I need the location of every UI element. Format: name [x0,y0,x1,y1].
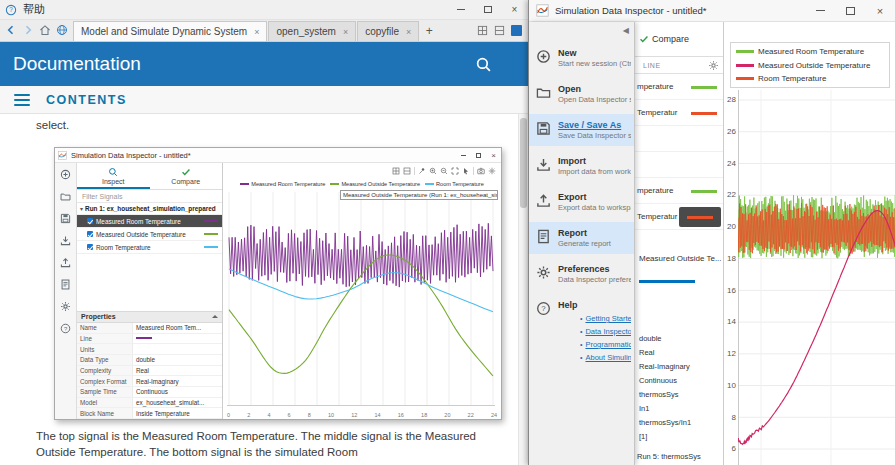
property-row: Sample TimeContinuous [77,387,222,398]
embedded-chart-legend: Measured Room Temperature Measured Outsi… [223,178,501,189]
property-value: thermosSys/In1 [639,418,691,427]
link-getting-started[interactable]: •Getting Started [558,312,631,325]
report-icon [536,229,551,244]
line-swatch [204,246,218,248]
signal-row[interactable]: mperature [635,74,723,100]
hamburger-icon[interactable] [14,94,30,106]
open-icon [60,191,71,202]
layout-split-icon[interactable] [494,25,505,36]
embedded-plot [227,192,495,406]
maximize-button[interactable] [474,0,501,19]
help-app-icon [5,4,17,16]
close-button[interactable]: × [501,0,528,19]
layout-grid-icon[interactable] [477,25,488,36]
legend-label: Measured Outside Temperature [758,61,870,70]
dock-icon[interactable] [511,25,522,36]
new-tab-button[interactable]: + [420,21,438,41]
signal-row[interactable]: Temperatur [635,100,723,126]
property-row: ComplexityReal [77,366,222,377]
legend-swatch [240,183,249,185]
property-row: Data Typedouble [77,355,222,366]
tab-compare[interactable]: Compare [639,34,689,44]
scrollbar[interactable] [518,114,528,465]
forward-icon[interactable] [22,24,34,36]
selected-line-cell[interactable] [679,207,721,227]
property-value: thermosSys [639,390,679,399]
signal-row-selected[interactable]: Temperatur [635,204,723,230]
help-icon [60,323,71,334]
tab-label: Model and Simulate Dynamic System [81,26,247,37]
sdi-app-icon [536,4,549,17]
embedded-chart-panel: Measured Room Temperature Measured Outsi… [223,163,501,419]
close-button[interactable]: × [865,0,895,21]
property-value: Real [639,348,654,357]
settings-gear-icon [488,167,496,175]
menu-item-import[interactable]: Import Import data from workspace [529,150,634,182]
menu-item-save[interactable]: Save / Save As Save Data Inspector sessi… [529,114,634,146]
sdi-window: Simulation Data Inspector - untitled* × … [528,0,895,465]
link-programmatic-interface[interactable]: •Programmatic Interface Help [558,338,631,351]
minimize-button[interactable] [805,0,835,21]
tab-label: open_system [276,26,335,37]
y-tick: 26 [724,127,736,136]
column-settings-gear-icon[interactable] [708,60,719,71]
menu-item-new[interactable]: New Start new session (Ctrl+N) [529,42,634,74]
link-data-inspector-help[interactable]: •Data Inspector Help [558,325,631,338]
search-icon[interactable] [475,56,492,73]
tab-copyfile[interactable]: copyfile × [357,21,419,41]
properties-title: Properties [81,313,116,320]
tab-model-and-simulate-dynamic-system[interactable]: Model and Simulate Dynamic System × [73,21,267,41]
checkbox-checked-icon [87,231,93,237]
sdi-chart-area[interactable]: Measured Room Temperature Measured Outsi… [724,22,895,465]
menu-item-export[interactable]: Export Export data to workspace or file [529,186,634,218]
tab-open-system[interactable]: open_system × [268,21,356,41]
embedded-plot-area: Measured Outside Temperature (Run 1: ex_… [223,189,501,419]
signal-row[interactable] [635,126,723,152]
link-about-simulink[interactable]: •About Simulink [558,351,631,364]
legend-swatch [425,183,434,185]
help-browser-window: 帮助 × Model and Simulate Dynamic System ×… [0,0,528,465]
line-swatch [691,112,717,115]
layout-grid-icon [392,167,400,175]
nav-icons [0,19,73,41]
menu-item-preferences[interactable]: Preferences Data Inspector preferences [529,258,634,290]
tab-close-icon[interactable]: × [406,27,411,37]
export-icon [60,257,71,268]
back-icon[interactable] [5,24,17,36]
layout-controls [477,19,528,41]
contents-label[interactable]: CONTENTS [46,93,127,107]
data-cursor-icon [462,167,470,175]
scrollbar-thumb[interactable] [520,118,527,208]
maximize-button[interactable] [835,0,865,21]
legend-entry: Measured Outside Temperature [736,61,884,70]
signal-label: Measured Outside Temperature [96,231,186,238]
line-swatch [136,337,152,339]
globe-icon[interactable] [56,24,68,36]
signal-label: Room Temperature [96,244,151,251]
legend-swatch [736,64,754,67]
signal-row[interactable] [635,152,723,178]
legend-entry: Room Temperature [736,74,884,83]
legend-label: Room Temperature [436,181,484,187]
legend-swatch [736,50,754,53]
collapse-menu-icon[interactable]: ◀ [623,26,629,35]
minimize-icon [456,148,471,162]
menu-item-open[interactable]: Open Open Data Inspector session [529,78,634,110]
signal-row[interactable]: mperature [635,178,723,204]
y-tick: 20 [724,222,736,231]
tab-close-icon[interactable]: × [254,27,259,37]
y-tick: 24 [724,159,736,168]
minimize-button[interactable] [447,0,474,19]
home-icon[interactable] [39,24,51,36]
main-plot[interactable] [738,90,895,465]
y-tick: 14 [724,317,736,326]
run-group-row: ▾ Run 1: ex_househeat_simulation_prepare… [77,203,222,215]
report-icon [60,279,71,290]
line-swatch [639,280,695,283]
property-value: [1] [639,432,647,441]
signal-tooltip: Measured Outside Temperature (Run 1: ex_… [340,190,498,200]
tab-close-icon[interactable]: × [343,27,348,37]
checkbox-checked-icon [87,218,93,224]
menu-item-report[interactable]: Report Generate report [529,222,634,254]
page-title: Documentation [13,53,141,75]
